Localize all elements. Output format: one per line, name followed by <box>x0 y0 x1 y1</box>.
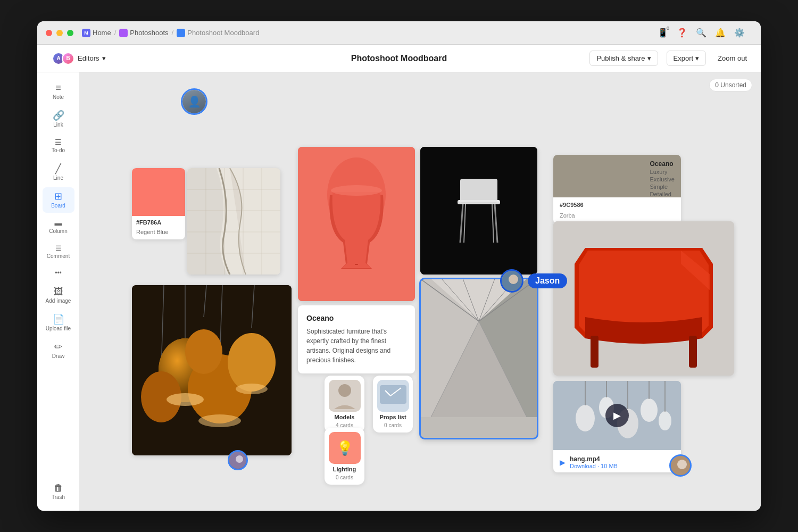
palette-title: Oceano <box>650 160 675 168</box>
jason-label: Jason <box>528 273 567 288</box>
unsorted-badge: 0 Unsorted <box>709 79 752 92</box>
architecture-image[interactable] <box>187 168 280 275</box>
device-button[interactable]: 📱0 <box>654 24 671 41</box>
breadcrumb-home[interactable]: M Home <box>82 29 111 37</box>
comment-label: Comment <box>47 253 70 259</box>
red-chair-image[interactable] <box>553 221 734 376</box>
text-title: Oceano <box>306 314 406 322</box>
publish-button[interactable]: Publish & share ▾ <box>589 51 658 66</box>
svg-point-42 <box>236 384 268 394</box>
export-chevron: ▾ <box>695 54 699 62</box>
board-item-models[interactable]: Models 4 cards <box>325 376 364 433</box>
svg-point-59 <box>576 405 595 431</box>
video-filename: hang.mp4 <box>570 455 618 463</box>
publish-label: Publish & share <box>596 54 645 62</box>
sidebar-item-upload[interactable]: 📄 Upload file <box>43 310 74 336</box>
draw-label: Draw <box>52 353 64 359</box>
close-button[interactable] <box>46 30 52 36</box>
coral-hex: #FB786A <box>132 216 185 229</box>
video-card[interactable]: ▶ ▶ hang.mp4 Download · 10 MB <box>553 381 681 472</box>
help-button[interactable]: ❓ <box>674 24 691 41</box>
pendant-svg <box>132 285 292 455</box>
color-card-coral[interactable]: #FB786A Regent Blue <box>132 168 185 239</box>
sidebar-item-note[interactable]: ≡ Note <box>43 79 74 104</box>
arch-svg <box>187 168 280 275</box>
coral-swatch <box>132 168 185 216</box>
more-icon: ••• <box>55 270 62 276</box>
lighting-count: 0 cards <box>336 475 353 480</box>
editors-button[interactable]: A B Editors ▾ <box>48 50 110 67</box>
video-size-value: 10 MB <box>601 463 618 469</box>
canvas[interactable]: 0 Unsorted 👤 #FB786A Regent Blue <box>80 72 761 511</box>
sidebar-item-line[interactable]: ╱ Line <box>43 160 74 185</box>
sidebar-item-column[interactable]: ▬ Column <box>43 215 74 238</box>
search-button[interactable]: 🔍 <box>693 24 710 41</box>
editors-label: Editors <box>78 54 99 62</box>
palette-card[interactable]: #9C9586 Zorba Oceano Luxury Exclusive Si… <box>553 155 681 224</box>
jason-avatar-img <box>502 271 523 293</box>
models-thumb <box>329 380 361 412</box>
sidebar-item-link[interactable]: 🔗 Link <box>43 106 74 132</box>
todo-icon: ☰ <box>55 138 62 146</box>
traffic-lights <box>46 30 73 36</box>
svg-rect-13 <box>420 147 537 275</box>
breadcrumb-home-label[interactable]: Home <box>93 29 111 37</box>
pendant-lamps-image[interactable] <box>132 285 292 455</box>
home-icon: M <box>82 29 90 37</box>
moodboard-icon <box>177 29 185 37</box>
corridor-svg <box>420 279 537 438</box>
text-card[interactable]: Oceano Sophisticated furniture that's ex… <box>298 305 415 373</box>
sidebar-item-board[interactable]: ⊞ Board <box>43 187 74 213</box>
svg-rect-20 <box>459 200 499 202</box>
link-icon: 🔗 <box>53 111 64 120</box>
jason-avatar <box>500 269 523 293</box>
svg-point-70 <box>236 455 243 463</box>
board-item-lighting[interactable]: 💡 Lighting 0 cards <box>325 428 364 485</box>
comment-icon: ☰ <box>55 245 62 252</box>
corridor-image[interactable] <box>420 279 537 438</box>
video-download[interactable]: Download · 10 MB <box>570 463 618 469</box>
keyword-detailed: Detailed <box>650 191 675 197</box>
breadcrumb: M Home / Photoshoots / Photoshoot Moodbo… <box>82 29 259 37</box>
note-label: Note <box>53 94 64 100</box>
line-label: Line <box>53 175 63 181</box>
export-button[interactable]: Export ▾ <box>667 51 706 66</box>
sidebar-item-todo[interactable]: ☰ To-do <box>43 134 74 157</box>
svg-point-11 <box>331 185 382 196</box>
sidebar-item-add-image[interactable]: 🖼 Add image <box>43 282 74 308</box>
draw-icon: ✏ <box>54 342 62 352</box>
zoom-label: Zoom out <box>718 54 747 62</box>
editors-chevron: ▾ <box>102 54 106 62</box>
board-label: Board <box>51 203 65 209</box>
maximize-button[interactable] <box>67 30 73 36</box>
sidebar-item-trash[interactable]: 🗑 Trash <box>43 479 74 504</box>
props-count: 0 cards <box>384 422 402 428</box>
sidebar-item-draw[interactable]: ✏ Draw <box>43 338 74 363</box>
minimize-button[interactable] <box>56 30 63 36</box>
svg-rect-55 <box>420 417 537 438</box>
breadcrumb-photoshoots-label[interactable]: Photoshoots <box>130 29 168 37</box>
goblet-image[interactable] <box>298 147 415 301</box>
note-icon: ≡ <box>55 83 61 93</box>
svg-rect-12 <box>355 264 358 265</box>
sidebar-item-comment[interactable]: ☰ Comment <box>43 240 74 263</box>
board-item-props[interactable]: Props list 0 cards <box>373 376 413 433</box>
sidebar: ≡ Note 🔗 Link ☰ To-do ╱ Line ⊞ Board ▬ C… <box>37 72 80 511</box>
breadcrumb-photoshoots[interactable]: Photoshoots <box>119 29 168 37</box>
svg-rect-22 <box>591 336 598 368</box>
user-avatar-top: 👤 <box>181 88 207 115</box>
topbar: A B Editors ▾ Photoshoot Moodboard Publi… <box>37 45 761 72</box>
upload-icon: 📄 <box>53 314 64 324</box>
chair-image[interactable] <box>420 147 537 275</box>
chair-svg <box>420 147 537 275</box>
palette-keywords: Oceano Luxury Exclusive Simple Detailed <box>650 160 675 197</box>
goblet-svg <box>298 147 415 301</box>
notifications-button[interactable]: 🔔 <box>712 24 729 41</box>
board-items-group: Models 4 cards Props list 0 cards <box>325 376 413 433</box>
red-chair-svg <box>553 221 734 376</box>
zoom-button[interactable]: Zoom out <box>714 51 750 65</box>
settings-button[interactable]: ⚙️ <box>731 24 748 41</box>
sidebar-item-more[interactable]: ••• <box>43 265 74 280</box>
play-button[interactable]: ▶ <box>605 404 629 427</box>
svg-point-40 <box>167 393 204 406</box>
